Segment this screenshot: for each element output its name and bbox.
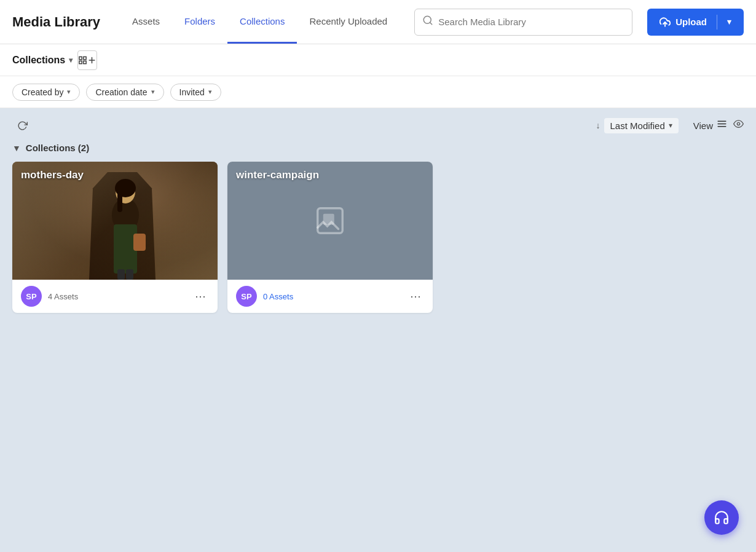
- sort-dropdown-label: Last Modified: [610, 120, 665, 131]
- filter-created-by-chevron-icon: ▾: [67, 88, 71, 96]
- sort-controls: ↓ Last Modified ▾: [596, 118, 679, 133]
- view-toggle: View: [693, 119, 744, 132]
- upload-divider: [717, 15, 717, 30]
- upload-button[interactable]: Upload ▾: [647, 9, 744, 36]
- svg-line-1: [430, 22, 432, 24]
- collections-group: ▼ Collections (2): [0, 143, 756, 325]
- refresh-button[interactable]: [12, 116, 32, 135]
- collection-card-winter-campaign[interactable]: winter-campaign SP 0 Assets ⋯: [227, 162, 433, 313]
- search-input[interactable]: [438, 17, 624, 27]
- expand-icon: ▼: [12, 143, 21, 153]
- collections-dropdown[interactable]: Collections ▾: [12, 55, 73, 66]
- app-logo: Media Library: [12, 14, 100, 30]
- sort-bar: ↓ Last Modified ▾ View: [0, 108, 756, 143]
- svg-rect-21: [126, 269, 133, 280]
- card-figure: [85, 166, 165, 280]
- upload-chevron-icon[interactable]: ▾: [727, 17, 731, 26]
- tab-assets[interactable]: Assets: [120, 0, 172, 44]
- tab-recently-uploaded[interactable]: Recently Uploaded: [297, 0, 400, 44]
- filter-invited-chevron-icon: ▾: [208, 88, 212, 96]
- tab-folders[interactable]: Folders: [172, 0, 227, 44]
- upload-label: Upload: [675, 17, 707, 27]
- search-bar: [414, 9, 632, 36]
- upload-icon: [660, 17, 671, 28]
- svg-rect-20: [117, 269, 125, 280]
- header: Media Library Assets Folders Collections…: [0, 0, 756, 44]
- svg-rect-3: [79, 57, 82, 59]
- filter-creation-date[interactable]: Creation date ▾: [86, 84, 163, 101]
- toolbar: Collections ▾: [0, 44, 756, 76]
- filter-created-by[interactable]: Created by ▾: [12, 84, 80, 101]
- svg-rect-19: [133, 234, 146, 251]
- avatar-mothers-day: SP: [21, 286, 42, 307]
- filter-invited-label: Invited: [179, 87, 205, 97]
- collections-dropdown-chevron-icon: ▾: [69, 56, 73, 65]
- card-footer-mothers-day: SP 4 Assets ⋯: [12, 280, 218, 313]
- svg-point-13: [737, 122, 739, 125]
- filter-row: Created by ▾ Creation date ▾ Invited ▾: [0, 76, 756, 108]
- card-top-mothers-day: mothers-day: [12, 162, 218, 280]
- eye-icon[interactable]: [733, 119, 744, 132]
- card-title-winter-campaign: winter-campaign: [236, 169, 319, 181]
- search-icon: [422, 15, 433, 29]
- view-label: View: [693, 120, 713, 131]
- filter-creation-date-chevron-icon: ▾: [151, 88, 155, 96]
- filter-creation-date-label: Creation date: [95, 87, 147, 97]
- filter-invited[interactable]: Invited ▾: [170, 84, 221, 101]
- cards-grid: mothers-day SP 4 Assets ⋯: [12, 162, 744, 313]
- sort-dropdown[interactable]: Last Modified ▾: [604, 118, 679, 133]
- support-icon: [714, 510, 730, 526]
- collections-dropdown-label: Collections: [12, 55, 65, 66]
- collection-card-mothers-day[interactable]: mothers-day SP 4 Assets ⋯: [12, 162, 218, 313]
- card-footer-winter-campaign: SP 0 Assets ⋯: [227, 280, 433, 313]
- card-menu-mothers-day[interactable]: ⋯: [192, 288, 209, 305]
- list-view-icon[interactable]: [717, 119, 727, 132]
- support-button[interactable]: [704, 500, 739, 535]
- svg-rect-6: [79, 61, 82, 63]
- card-title-mothers-day: mothers-day: [21, 169, 84, 181]
- card-top-winter-campaign: winter-campaign: [227, 162, 433, 280]
- group-header-label: Collections (2): [26, 143, 89, 153]
- card-menu-winter-campaign[interactable]: ⋯: [407, 288, 424, 305]
- main-nav: Assets Folders Collections Recently Uplo…: [120, 0, 400, 44]
- sort-arrow-icon: ↓: [596, 120, 600, 130]
- filter-created-by-label: Created by: [22, 87, 63, 97]
- add-collection-button[interactable]: [77, 50, 97, 70]
- card-assets-winter-campaign: 0 Assets: [263, 292, 401, 301]
- svg-rect-5: [84, 61, 86, 63]
- sort-dropdown-chevron-icon: ▾: [669, 121, 672, 130]
- card-assets-mothers-day: 4 Assets: [48, 292, 186, 301]
- group-header[interactable]: ▼ Collections (2): [12, 143, 744, 153]
- placeholder-image-icon: [313, 204, 347, 237]
- svg-rect-17: [117, 191, 122, 212]
- add-icon: [87, 55, 96, 65]
- svg-rect-4: [84, 57, 86, 59]
- content-area: ↓ Last Modified ▾ View ▼: [0, 108, 756, 552]
- avatar-winter-campaign: SP: [236, 286, 257, 307]
- tab-collections[interactable]: Collections: [227, 0, 297, 44]
